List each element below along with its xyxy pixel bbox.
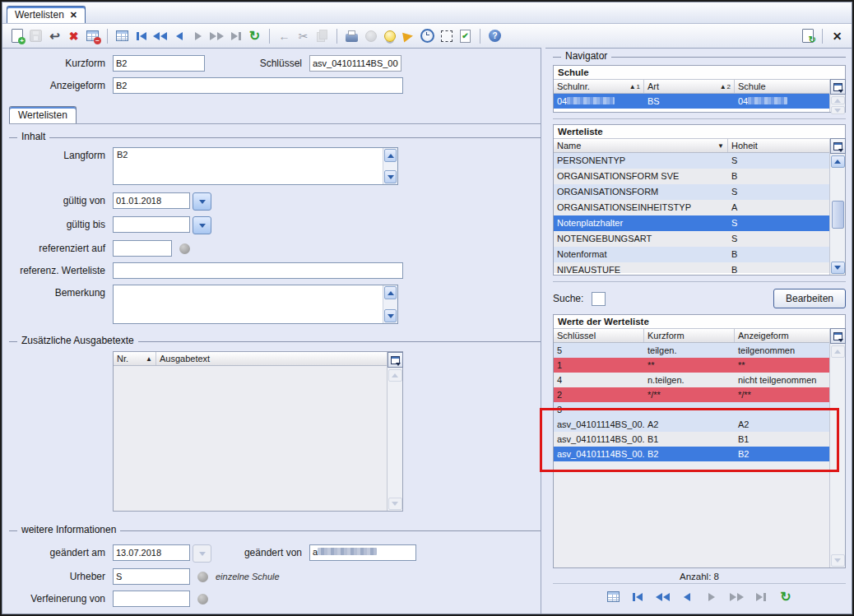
scroll-down-icon[interactable] [384,170,397,183]
scroll-up-icon[interactable] [388,369,402,382]
next-record-icon[interactable] [189,27,207,44]
schluessel-field[interactable] [309,55,401,72]
werteliste-row[interactable]: ORGANISATIONSEINHEITSTYP A [554,200,829,215]
new-record-icon[interactable]: + [8,27,26,44]
last-record-icon[interactable] [753,588,770,605]
referenz-werteliste-field[interactable] [113,262,403,279]
first-record-icon[interactable] [132,27,150,44]
undo-icon[interactable]: ↩ [46,27,63,44]
bemerkung-textarea[interactable] [113,285,398,324]
werteliste-row[interactable]: ORGANISATIONSFORM SVE B [554,169,829,184]
scroll-down-icon[interactable] [831,262,845,274]
langform-textarea[interactable]: B2 [113,147,398,185]
gueltig-bis-dropdown-icon[interactable] [193,216,211,234]
werteliste-row[interactable]: PERSONENTYP S [554,153,829,169]
col-art[interactable]: Art ▲2 [644,80,735,93]
anzeigeform-field[interactable] [113,77,403,94]
data-grid-icon[interactable] [114,27,131,44]
werte-row[interactable]: asv_04101114BS_00... A2 A2 [554,417,829,432]
werteliste-row[interactable]: ORGANISATIONSFORM S [554,184,829,200]
langform-scrollbar[interactable] [383,148,397,184]
werte-row[interactable]: 3 [554,402,829,417]
urheber-field[interactable] [113,568,190,585]
werte-row[interactable]: asv_04101114BS_00... B2 B2 [554,447,829,461]
tab-close-icon[interactable]: ✕ [70,10,77,21]
bemerkung-scrollbar[interactable] [383,285,397,323]
fast-forward-icon[interactable] [728,588,745,605]
form-tab-wertelisten[interactable]: Wertelisten [9,106,77,123]
cut-icon[interactable]: ✂ [295,27,312,44]
previous-record-icon[interactable] [170,27,188,44]
scroll-up-icon[interactable] [384,149,397,162]
help-icon[interactable]: ? [486,27,504,44]
gueltig-bis-field[interactable] [113,216,190,233]
export-disc-icon[interactable] [362,27,379,44]
fast-rewind-icon[interactable] [151,27,169,44]
close-panel-icon[interactable]: ✕ [828,27,846,44]
scroll-down-icon[interactable] [831,554,845,567]
data-grid-icon[interactable] [605,588,622,605]
discard-table-icon[interactable]: − [84,27,101,44]
scroll-down-icon[interactable] [831,106,845,114]
col-anzeigeform[interactable]: Anzeigeform [735,329,829,342]
werteliste-scrollbar[interactable] [829,138,845,275]
col-ausgabetext[interactable]: Ausgabetext [156,352,387,365]
gueltig-von-field[interactable] [113,192,190,209]
column-config-icon[interactable] [830,328,846,344]
next-record-icon[interactable] [703,588,721,605]
werteliste-row[interactable]: Notenformat B [554,247,829,262]
fast-rewind-icon[interactable] [654,588,671,605]
col-nr[interactable]: Nr.▲ [114,352,156,365]
scroll-up-icon[interactable] [384,286,397,299]
schule-row[interactable]: 04 BS 04 [554,94,829,109]
first-record-icon[interactable] [629,588,647,605]
refresh-icon[interactable]: ↻ [777,588,795,605]
delete-icon[interactable]: ✖ [65,27,82,44]
navigate-back-icon[interactable]: ← [276,27,293,44]
suche-input[interactable] [592,292,606,306]
tab-wertelisten[interactable]: Wertelisten ✕ [7,6,86,23]
verfeinerung-von-field[interactable] [113,591,190,607]
column-config-icon[interactable] [830,79,846,95]
paste-icon[interactable] [313,27,331,44]
col-schulnr[interactable]: Schulnr. ▲1 [554,80,644,93]
werte-row[interactable]: 4 n.teilgen. nicht teilgenommen [554,373,829,387]
geaendert-von-field[interactable]: a [309,544,416,561]
werteliste-row[interactable]: NOTENGEBUNGSART S [554,231,829,247]
kurzform-field[interactable] [113,55,205,72]
hint-bulb-icon[interactable] [381,27,398,44]
werte-row[interactable]: asv_04101114BS_00... B1 B1 [554,432,829,447]
scroll-up-icon[interactable] [831,96,845,104]
gueltig-von-dropdown-icon[interactable] [193,192,211,211]
referenziert-auf-field[interactable] [113,240,172,257]
bearbeiten-button[interactable]: Bearbeiten [773,289,846,308]
print-icon[interactable] [343,27,360,44]
werte-row[interactable]: 1 ** ** [554,358,829,373]
scroll-up-icon[interactable] [831,345,845,358]
scrollbar-thumb[interactable] [832,201,844,229]
col-kurzform[interactable]: Kurzform [644,329,735,342]
fast-forward-icon[interactable] [208,27,225,44]
werte-row[interactable]: 2 */** */** [554,387,829,402]
werteliste-row[interactable]: NIVEAUSTUFE B [554,262,829,273]
notification-horn-icon[interactable] [400,27,417,44]
scroll-down-icon[interactable] [388,498,402,510]
last-record-icon[interactable] [227,27,244,44]
previous-record-icon[interactable] [679,588,696,605]
scroll-up-icon[interactable] [831,155,845,168]
snapshot-icon[interactable] [438,27,455,44]
col-hoheit[interactable]: Hoheit [728,139,829,152]
protocol-check-icon[interactable]: ✔ [457,27,474,44]
refresh-icon[interactable]: ↻ [246,27,263,44]
column-config-icon[interactable] [830,138,846,154]
reminder-clock-icon[interactable] [419,27,436,44]
werteliste-row[interactable]: Notenplatzhalter S [554,215,829,231]
werte-row[interactable]: 5 teilgen. teilgenommen [554,343,829,358]
col-schule[interactable]: Schule [735,80,829,93]
scroll-down-icon[interactable] [384,309,397,322]
refresh-view-icon[interactable]: ↻ [799,27,816,44]
save-icon[interactable] [27,27,44,44]
column-config-icon[interactable] [388,352,403,368]
col-name[interactable]: Name▼ [554,139,728,152]
geaendert-am-field[interactable] [113,544,190,561]
